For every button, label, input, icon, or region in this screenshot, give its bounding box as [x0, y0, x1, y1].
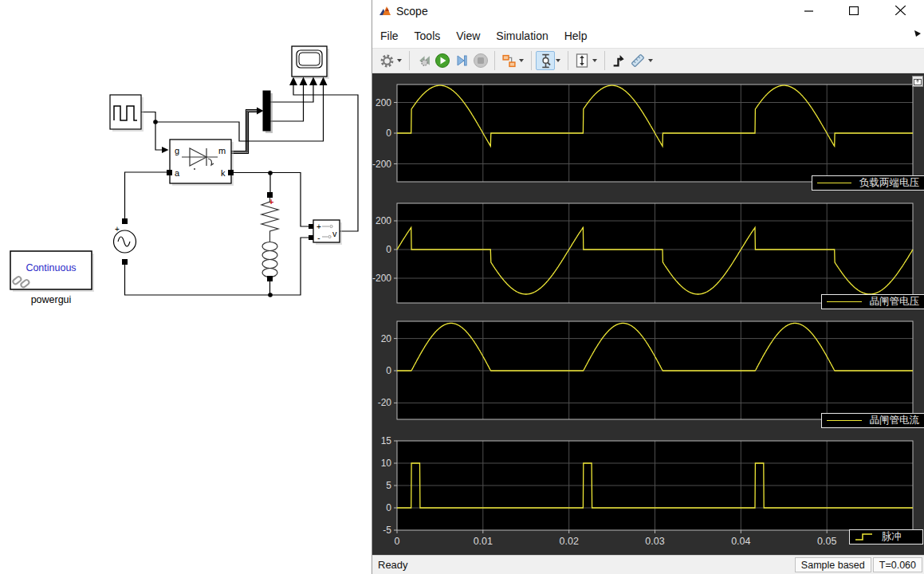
scope-plots: 2000-2002000-200200-20151050-500.010.020… [372, 73, 924, 555]
svg-text:0.04: 0.04 [731, 536, 750, 547]
stop-icon[interactable] [471, 51, 490, 70]
gate-arrow [162, 147, 169, 153]
legend-pulse[interactable]: 脉冲 [849, 529, 923, 545]
menu-tools[interactable]: Tools [407, 26, 449, 45]
step-back-icon[interactable] [414, 51, 433, 70]
legend-line-sample [817, 183, 851, 183]
vmeter-plus: + [317, 222, 321, 231]
trigger-icon[interactable] [609, 51, 628, 70]
title-bar: Scope [372, 0, 924, 24]
voltage-measurement-block[interactable]: + - v [309, 220, 342, 245]
wire-junction [153, 120, 158, 124]
rlc-port-bottom [267, 276, 273, 281]
wire-rlc-to-source [125, 265, 270, 295]
powergui-block[interactable]: Continuous powergui [10, 251, 94, 305]
settings-gear-icon[interactable] [377, 51, 396, 70]
demux-input-arrow [257, 108, 264, 115]
menu-overflow-arrow-icon[interactable] [913, 29, 922, 38]
thyristor-block[interactable]: g m a k [167, 140, 234, 186]
menu-file[interactable]: File [372, 26, 407, 45]
wire-junction [268, 293, 273, 297]
axes-scaling-dropdown-caret[interactable] [592, 59, 597, 62]
status-bar: Ready Sample based T=0.060 [372, 555, 924, 574]
source-plus-sign: + [115, 225, 120, 234]
menu-view[interactable]: View [448, 26, 488, 45]
desktop: { "window": { "title": "Scope" }, "menu"… [0, 0, 924, 574]
toolbar-separator [568, 51, 568, 70]
svg-text:0: 0 [386, 502, 391, 513]
legend-line-sample [827, 301, 862, 302]
svg-text:0: 0 [395, 536, 400, 547]
status-ready-text: Ready [378, 559, 795, 571]
svg-text:20: 20 [381, 333, 392, 344]
status-sample-mode: Sample based [795, 557, 871, 572]
matlab-app-icon [379, 4, 392, 18]
legend-step-sample [855, 532, 875, 542]
legend-text: 负载两端电压 [859, 176, 919, 190]
toolbar [372, 48, 924, 73]
menu-simulation[interactable]: Simulation [488, 26, 556, 45]
menu-bar: File Tools View Simulation Help [372, 24, 924, 48]
cursor-dropdown-caret[interactable] [556, 59, 560, 62]
svg-text:-200: -200 [372, 159, 391, 170]
wire-thyristor-m-bundle [231, 112, 257, 154]
svg-text:-200: -200 [372, 273, 391, 284]
vmeter-minus: - [317, 233, 320, 242]
legend-load-voltage[interactable]: 负载两端电压 [812, 175, 924, 191]
rlc-branch-block[interactable]: + [261, 192, 278, 281]
port-label-g: g [175, 146, 179, 155]
legend-thyristor-voltage[interactable]: 晶闸管电压 [821, 294, 924, 309]
svg-text:0.01: 0.01 [474, 536, 493, 547]
legend-text: 脉冲 [882, 530, 902, 544]
legend-thyristor-current[interactable]: 晶闸管电流 [821, 413, 924, 428]
axes-panel-mini-button[interactable] [912, 76, 923, 87]
scope-display-area: 2000-2002000-200200-20151050-500.010.020… [372, 73, 924, 555]
pulse-generator-block[interactable] [110, 95, 144, 132]
port-label-m: m [218, 146, 226, 155]
close-button[interactable] [884, 0, 916, 21]
toolbar-separator [604, 51, 605, 70]
powergui-mode-label: Continuous [26, 262, 76, 273]
wire-source-to-anode [125, 172, 168, 218]
wire-thyristor-m-bundle [231, 110, 257, 151]
svg-text:-5: -5 [383, 525, 391, 536]
simulink-model-canvas: g m a k + + [0, 0, 372, 574]
run-icon[interactable] [433, 51, 452, 70]
simulink-snapshot-icon[interactable] [499, 51, 518, 70]
source-port-plus [122, 218, 128, 224]
ac-voltage-source-block[interactable]: + [114, 218, 136, 265]
menu-help[interactable]: Help [556, 26, 596, 45]
minimize-button[interactable] [792, 0, 824, 21]
measurements-ruler-icon[interactable] [628, 51, 647, 70]
scope-block[interactable] [289, 46, 329, 85]
svg-text:200: 200 [375, 215, 391, 226]
wire-cathode-to-node [234, 173, 270, 193]
axes-scaling-icon[interactable] [572, 51, 592, 70]
cursor-measurements-icon[interactable] [536, 51, 555, 70]
svg-text:0.05: 0.05 [817, 536, 836, 547]
svg-text:15: 15 [381, 435, 392, 446]
vmeter-port-plus [309, 224, 313, 229]
source-port-minus [122, 259, 128, 265]
demux-block[interactable] [263, 91, 273, 133]
powergui-name-label: powergui [31, 294, 72, 305]
svg-text:-20: -20 [378, 397, 392, 408]
maximize-button[interactable] [838, 0, 870, 21]
toolbar-separator [409, 51, 410, 70]
step-forward-icon[interactable] [452, 51, 471, 70]
svg-text:10: 10 [381, 458, 392, 469]
status-sim-time: T=0.060 [873, 557, 922, 572]
svg-text:0.02: 0.02 [560, 536, 579, 547]
ruler-dropdown-caret[interactable] [648, 59, 653, 62]
wire-pulse-to-gate [155, 122, 162, 150]
port-a [167, 170, 172, 175]
svg-text:0: 0 [386, 128, 391, 139]
snapshot-dropdown-caret[interactable] [519, 59, 524, 62]
scope-window: Scope File Tools View Simulation Help [372, 0, 924, 574]
wire-thyristor-m-bundle [231, 111, 257, 152]
settings-dropdown-caret[interactable] [397, 59, 402, 62]
legend-text: 晶闸管电流 [870, 414, 920, 427]
toolbar-separator [494, 51, 495, 70]
inductor-icon [262, 242, 277, 277]
wire-demux-to-scope3 [270, 85, 313, 102]
